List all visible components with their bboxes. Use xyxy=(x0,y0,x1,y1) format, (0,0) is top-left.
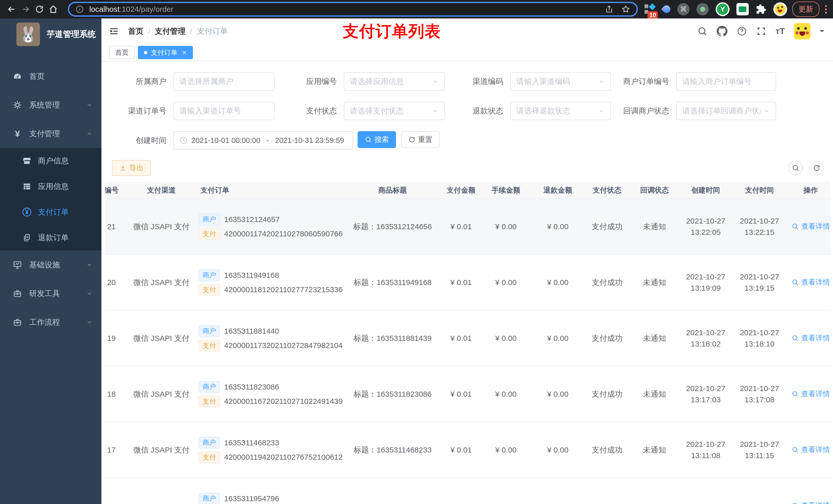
sidebar-item-infra[interactable]: 基础设施 xyxy=(0,250,101,279)
sidebar-item-pay-order[interactable]: 支付订单 xyxy=(0,199,101,225)
extension-command-icon[interactable]: ⌘ xyxy=(677,3,690,15)
forward-icon[interactable] xyxy=(19,2,32,16)
chevron-down-icon xyxy=(598,107,605,114)
sidebar-item-payment[interactable]: ¥ 支付管理 xyxy=(0,119,101,148)
view-detail-link[interactable]: 查看详情 xyxy=(791,221,830,231)
cell-id: 17 xyxy=(105,422,129,478)
cell-pay-time: 2021-10-2713:17:08 xyxy=(733,366,786,422)
table-row: 19 微信 JSAPI 支付 商户 1635311881440 支付 42000… xyxy=(105,310,830,366)
search-button[interactable]: 搜索 xyxy=(358,131,396,148)
cell-refund xyxy=(531,478,584,504)
reload-icon[interactable] xyxy=(32,2,46,16)
extension-y-icon[interactable]: Y xyxy=(716,2,730,16)
extension-grid-icon[interactable]: 10 xyxy=(644,3,656,15)
cell-actions: 查看详情 xyxy=(786,422,830,478)
address-bar[interactable]: localhost:1024/pay/order xyxy=(68,2,638,17)
filter-form: 所属商户 请选择所属商户 应用编号 请选择应用信息 渠道编码 xyxy=(101,72,833,149)
avatar-caret-icon[interactable] xyxy=(820,30,824,34)
notify-status-select[interactable]: 请选择订单回调商户状态 xyxy=(676,102,776,120)
sidebar-item-merchant-info[interactable]: 商户信息 xyxy=(0,148,101,174)
fullscreen-icon[interactable] xyxy=(756,26,766,37)
sidebar-item-system[interactable]: 系统管理 xyxy=(0,91,101,119)
table-row: 商户 1635311954796 支付 查看详情 xyxy=(105,478,830,504)
export-button[interactable]: 导出 xyxy=(112,160,151,176)
sidebar-item-devtools[interactable]: 研发工具 xyxy=(0,279,101,308)
channel-order-no-input[interactable]: 请输入渠道订单号 xyxy=(173,102,275,120)
pay-date: 2021-10-27 xyxy=(733,215,786,226)
refund-status-select[interactable]: 请选择退款状态 xyxy=(510,102,611,120)
toggle-search-button[interactable] xyxy=(788,161,803,175)
search-icon[interactable] xyxy=(697,26,708,37)
cell-channel xyxy=(129,478,193,504)
share-icon[interactable] xyxy=(605,5,614,14)
cell-create-time: 2021-10-2713:11:08 xyxy=(679,422,733,478)
chevron-down-icon xyxy=(432,107,439,114)
merchant-order-no-input[interactable]: 请输入商户订单编号 xyxy=(676,72,776,91)
breadcrumb-home[interactable]: 首页 xyxy=(128,26,143,37)
col-channel: 支付渠道 xyxy=(129,182,193,199)
create-time: 13:11:08 xyxy=(679,450,733,461)
view-detail-link[interactable]: 查看详情 xyxy=(791,445,830,455)
filter-label: 创建时间 xyxy=(101,135,173,146)
sidebar-item-label: 系统管理 xyxy=(29,100,86,111)
sidebar-item-refund-order[interactable]: 退款订单 xyxy=(0,225,101,250)
date-separator: - xyxy=(266,136,269,145)
table-row: 17 微信 JSAPI 支付 商户 1635311468233 支付 42000… xyxy=(105,422,830,478)
create-time-range-picker[interactable]: 2021-10-01 00:00:00 - 2021-10-31 23:59:5… xyxy=(173,131,353,149)
profile-avatar-icon[interactable] xyxy=(773,2,787,16)
sidebar-item-workflow[interactable]: 工作流程 xyxy=(0,308,101,337)
bookmark-star-icon[interactable] xyxy=(621,5,630,14)
tab-close-icon[interactable]: × xyxy=(182,49,187,56)
extensions-puzzle-icon[interactable] xyxy=(756,4,766,15)
extension-record-icon[interactable] xyxy=(696,3,709,15)
tab-pay-order[interactable]: 支付订单 × xyxy=(138,46,193,59)
view-detail-link[interactable]: 查看详情 xyxy=(791,501,830,504)
merchant-select[interactable]: 请选择所属商户 xyxy=(173,72,275,91)
view-detail-link[interactable]: 查看详情 xyxy=(791,278,830,287)
merchant-tag: 商户 xyxy=(198,269,220,281)
pay-tag: 支付 xyxy=(198,228,220,240)
breadcrumb-current: 支付订单 xyxy=(197,26,228,37)
navbar-icons: тT xyxy=(697,19,824,44)
create-date: 2021-10-27 xyxy=(679,215,733,226)
chevron-down-icon xyxy=(86,102,93,108)
breadcrumb-section[interactable]: 支付管理 xyxy=(155,26,186,37)
back-icon[interactable] xyxy=(5,2,19,16)
pay-order-no: 4200001173202110272847982104 xyxy=(224,341,343,350)
home-icon[interactable] xyxy=(46,2,60,16)
chrome-update-button[interactable]: 更新 xyxy=(792,2,819,17)
pay-time: 13:18:10 xyxy=(733,338,786,350)
pay-status-select[interactable]: 请选择支付状态 xyxy=(344,102,445,120)
view-detail-link[interactable]: 查看详情 xyxy=(791,389,830,399)
help-icon[interactable] xyxy=(737,26,747,37)
cell-id: 18 xyxy=(105,366,129,422)
refresh-button[interactable] xyxy=(809,161,824,175)
app-select[interactable]: 请选择应用信息 xyxy=(344,72,445,91)
github-icon[interactable] xyxy=(717,26,728,37)
sidebar-fold-icon[interactable] xyxy=(109,26,119,36)
filter-label: 应用编号 xyxy=(275,76,344,87)
cell-pay-time: 2021-10-2713:18:10 xyxy=(733,310,786,366)
sidebar-item-home[interactable]: 首页 xyxy=(0,62,101,91)
channel-code-select[interactable]: 请输入渠道编码 xyxy=(510,72,611,91)
url-text[interactable]: localhost:1024/pay/order xyxy=(89,5,597,14)
tab-home[interactable]: 首页 xyxy=(109,46,135,59)
cell-pay-order: 商户 1635311881440 支付 42000011732021102728… xyxy=(193,310,343,366)
magnifier-icon xyxy=(791,446,799,453)
cell-id xyxy=(105,478,129,504)
user-avatar[interactable] xyxy=(794,23,810,40)
placeholder-text: 请输入渠道订单号 xyxy=(180,106,268,116)
sidebar-item-app-info[interactable]: 应用信息 xyxy=(0,174,101,199)
reset-button[interactable]: 重置 xyxy=(401,131,439,148)
extension-chat-icon[interactable] xyxy=(736,3,749,15)
extension-balloon-icon[interactable] xyxy=(663,5,670,13)
cell-title: 标题：1635311468233 xyxy=(343,422,442,478)
browser-menu-icon[interactable] xyxy=(825,5,827,14)
col-fee: 手续金额 xyxy=(480,182,531,199)
site-info-icon[interactable] xyxy=(75,5,84,14)
cell-id: 20 xyxy=(105,255,129,310)
filter-label: 退款状态 xyxy=(445,106,510,116)
cell-channel: 微信 JSAPI 支付 xyxy=(129,366,193,422)
view-detail-link[interactable]: 查看详情 xyxy=(791,333,830,343)
font-size-icon[interactable]: тT xyxy=(776,26,785,36)
